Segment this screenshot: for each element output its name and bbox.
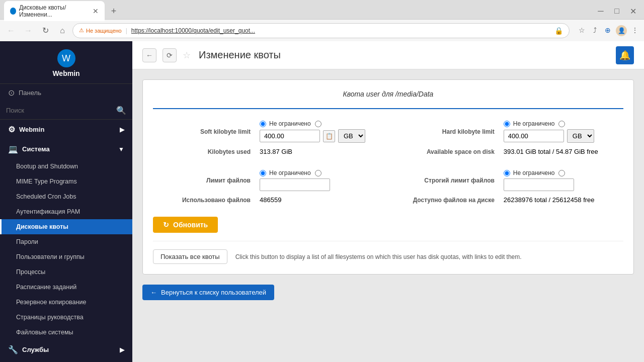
browser-action-icons: ☆ ⤴ ⊕ 👤 ⋮ bbox=[577, 25, 640, 36]
sidebar-item-manpages[interactable]: Страницы руководства bbox=[0, 310, 132, 325]
update-btn-container: ↻ Обновить bbox=[153, 217, 623, 233]
file-value-input[interactable] bbox=[260, 178, 330, 191]
back-nav-button[interactable]: ← bbox=[4, 24, 18, 38]
main-content: ← ⟳ ☆ Изменение квоты 🔔 Квота user для /… bbox=[132, 41, 644, 362]
tab-close-button[interactable]: ✕ bbox=[93, 7, 99, 15]
tab-title: Дисковые квоты/Изменени... bbox=[19, 4, 88, 18]
hard-limit-controls: Не ограничено KB MB GB TB bbox=[500, 118, 622, 145]
new-tab-button[interactable]: + bbox=[108, 5, 120, 17]
sidebar-category-system[interactable]: 💻 Система ▼ bbox=[0, 139, 132, 159]
sidebar-item-processes-label: Процессы bbox=[16, 268, 45, 276]
back-to-users-button[interactable]: ← Вернуться к списку пользователей bbox=[142, 285, 274, 300]
more-options-icon[interactable]: ⋮ bbox=[630, 25, 640, 35]
tab-favicon bbox=[10, 8, 16, 15]
kilobytes-used-value-cell: 313.87 GiB bbox=[256, 146, 392, 157]
sidebar-header: W Webmin bbox=[0, 41, 132, 84]
sidebar-item-cron[interactable]: Scheduled Cron Jobs bbox=[0, 189, 132, 204]
strict-unlimited-radio[interactable] bbox=[504, 170, 510, 176]
sidebar-item-scheduler-label: Расписание заданий bbox=[16, 284, 76, 291]
files-available-label: Доступно файлов на диске bbox=[393, 194, 499, 206]
maximize-button[interactable]: □ bbox=[610, 4, 624, 18]
webmin-category-icon: ⚙ bbox=[8, 125, 15, 134]
file-unlimited-radio[interactable] bbox=[260, 170, 266, 176]
hard-unit-select[interactable]: KB MB GB TB bbox=[567, 129, 594, 143]
sidebar-item-quota-label: Дисковые квоты bbox=[16, 223, 68, 230]
close-window-button[interactable]: ✕ bbox=[626, 4, 640, 18]
strict-custom-radio[interactable] bbox=[558, 170, 565, 176]
sidebar-item-bootup-label: Bootup and Shutdown bbox=[16, 163, 78, 170]
strict-file-limit-label: Строгий лимит файлов bbox=[393, 167, 499, 193]
soft-unlimited-radio[interactable] bbox=[260, 121, 266, 127]
strict-file-value-input[interactable] bbox=[504, 178, 574, 191]
soft-unit-select[interactable]: KB MB GB TB bbox=[338, 129, 365, 143]
header-refresh-button[interactable]: ⟳ bbox=[163, 48, 177, 62]
extensions-icon[interactable]: ⊕ bbox=[603, 25, 613, 35]
bookmark-icon[interactable]: ☆ bbox=[577, 25, 587, 35]
address-bar[interactable]: ⚠ Не защищено | https://localhost:10000/… bbox=[72, 23, 570, 38]
sidebar-item-users[interactable]: Пользователи и группы bbox=[0, 249, 132, 264]
header-back-button[interactable]: ← bbox=[142, 48, 156, 62]
hard-unlimited-radio[interactable] bbox=[504, 121, 510, 127]
sidebar-item-passwords[interactable]: Пароли bbox=[0, 234, 132, 249]
hard-value-input[interactable] bbox=[504, 130, 564, 142]
update-btn-label: Обновить bbox=[173, 221, 208, 229]
soft-copy-button[interactable]: 📋 bbox=[323, 130, 335, 142]
sidebar-category-tools[interactable]: 🔨 Tools ▶ bbox=[0, 359, 132, 362]
sidebar-item-passwords-label: Пароли bbox=[16, 238, 38, 245]
browser-chrome: Дисковые квоты/Изменени... ✕ + ─ □ ✕ ← →… bbox=[0, 0, 644, 41]
soft-unlimited-label: Не ограничено bbox=[269, 120, 311, 127]
update-button[interactable]: ↻ Обновить bbox=[153, 217, 218, 233]
file-custom-radio[interactable] bbox=[315, 170, 321, 176]
available-space-label: Available space on disk bbox=[393, 146, 499, 157]
sidebar-panel-item[interactable]: ⊙ Панель bbox=[0, 84, 132, 102]
sidebar-item-bootup[interactable]: Bootup and Shutdown bbox=[0, 159, 132, 174]
user-icon[interactable]: 👤 bbox=[616, 25, 627, 36]
notification-bell[interactable]: 🔔 bbox=[616, 46, 634, 64]
show-all-quotas-description: Click this button to display a list of a… bbox=[235, 253, 522, 260]
hard-unlimited-radio-group: Не ограничено bbox=[504, 120, 555, 127]
sidebar-category-services[interactable]: 🔧 Службы ▶ bbox=[0, 340, 132, 359]
sidebar-item-backup[interactable]: Резервное копирование bbox=[0, 295, 132, 310]
minimize-button[interactable]: ─ bbox=[594, 4, 608, 18]
sidebar-item-quota[interactable]: Дисковые квоты bbox=[0, 219, 132, 234]
search-icon[interactable]: 🔍 bbox=[116, 106, 126, 115]
back-btn-label: Вернуться к списку пользователей bbox=[161, 289, 266, 296]
show-all-quotas-button[interactable]: Показать все квоты bbox=[153, 249, 227, 264]
available-space-value: 393.01 GiB total / 54.87 GiB free bbox=[504, 148, 598, 155]
sidebar-item-pam[interactable]: Аутентификация РАМ bbox=[0, 204, 132, 219]
share-icon[interactable]: ⤴ bbox=[590, 25, 600, 35]
available-space-value-cell: 393.01 GiB total / 54.87 GiB free bbox=[500, 146, 622, 157]
home-button[interactable]: ⌂ bbox=[55, 24, 69, 38]
quota-limits-table: Soft kilobyte limit Не ограничено bbox=[153, 117, 623, 207]
forward-nav-button[interactable]: → bbox=[21, 24, 35, 38]
active-tab[interactable]: Дисковые квоты/Изменени... ✕ bbox=[4, 1, 105, 21]
files-used-label: Использовано файлов bbox=[154, 194, 255, 206]
files-used-value-cell: 486559 bbox=[256, 194, 392, 206]
strict-file-limit-controls: Не ограничено bbox=[500, 167, 622, 193]
address-url[interactable]: https://localhost:10000/quota/edit_user_… bbox=[131, 27, 255, 34]
update-refresh-icon: ↻ bbox=[163, 221, 169, 229]
show-quotas-section: Показать все квоты Click this button to … bbox=[153, 241, 623, 264]
sidebar-category-webmin[interactable]: ⚙ Webmin ▶ bbox=[0, 120, 132, 139]
page-header: ← ⟳ ☆ Изменение квоты 🔔 bbox=[132, 41, 644, 69]
soft-value-input[interactable] bbox=[260, 130, 320, 142]
favorite-star-icon[interactable]: ☆ bbox=[183, 50, 191, 61]
sidebar-category-system-label: Система bbox=[22, 145, 50, 153]
page-title: Изменение квоты bbox=[199, 49, 281, 61]
show-all-quotas-label: Показать все квоты bbox=[160, 253, 220, 260]
security-warning: ⚠ Не защищено bbox=[79, 27, 122, 34]
hard-custom-radio[interactable] bbox=[558, 121, 565, 127]
sidebar-item-filesystems[interactable]: Файловые системы bbox=[0, 325, 132, 340]
soft-custom-radio[interactable] bbox=[315, 121, 321, 127]
search-input[interactable] bbox=[6, 107, 116, 114]
page-body: Квота user для /media/Data Soft kilobyte… bbox=[132, 69, 644, 362]
sidebar-category-webmin-label: Webmin bbox=[19, 126, 44, 133]
system-category-icon: 💻 bbox=[8, 144, 18, 154]
reload-button[interactable]: ↻ bbox=[38, 24, 52, 38]
sidebar-item-mime[interactable]: MIME Type Programs bbox=[0, 174, 132, 189]
kilobytes-used-value: 313.87 GiB bbox=[260, 148, 292, 155]
panel-label: Панель bbox=[19, 89, 41, 97]
sidebar-item-scheduler[interactable]: Расписание заданий bbox=[0, 280, 132, 295]
lock-icon: 🔒 bbox=[554, 27, 563, 35]
sidebar-item-processes[interactable]: Процессы bbox=[0, 264, 132, 280]
